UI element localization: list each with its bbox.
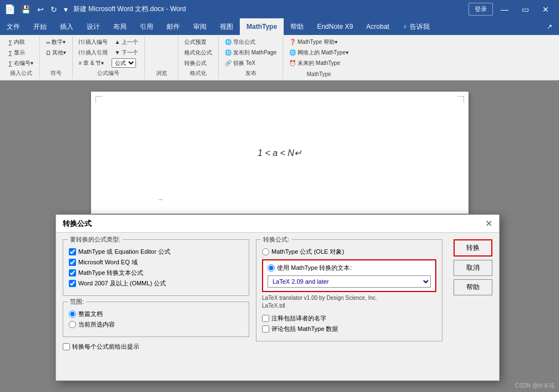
radio-text[interactable]: 使用 MathType 转换的文本: bbox=[268, 264, 431, 272]
latex-version-select[interactable]: LaTeX 2.09 and later LaTeX 2e Plain TeX … bbox=[268, 275, 431, 288]
mathtype-online-btn[interactable]: 🌐 网络上的 MathType▾ bbox=[286, 48, 351, 58]
tab-mailings[interactable]: 邮件 bbox=[160, 18, 187, 35]
group-publish: 🌐 导出公式 🌐 发布到 MathPage 🔗 切换 TeX 发布 bbox=[219, 36, 283, 79]
radio-ole-input[interactable] bbox=[262, 248, 269, 255]
format-eq-btn[interactable]: 格式化公式 bbox=[182, 48, 215, 58]
checkbox-word-eq-label: Microsoft Word EQ 域 bbox=[78, 258, 138, 267]
undo-quick-btn[interactable]: ↩ bbox=[35, 4, 46, 15]
share-icon[interactable]: ↗ bbox=[540, 18, 559, 35]
checkbox-mathtype-input[interactable] bbox=[69, 248, 76, 255]
tab-file[interactable]: 文件 bbox=[0, 18, 27, 35]
convert-eq-btn[interactable]: 转换公式 bbox=[182, 58, 215, 68]
close-button[interactable]: ✕ bbox=[537, 3, 555, 16]
eq-num-col2: ▲ 上一个 ▼ 下一个 公式 bbox=[112, 37, 141, 68]
eq-preset-btn[interactable]: 公式预置 bbox=[182, 37, 215, 47]
tab-design[interactable]: 设计 bbox=[80, 18, 107, 35]
insert-eq-label: 插入公式 bbox=[6, 69, 36, 78]
format-col: 公式预置 格式化公式 转换公式 bbox=[182, 37, 215, 68]
display-eq-btn[interactable]: ∑ 显示 bbox=[6, 48, 36, 58]
tab-help[interactable]: 帮助 bbox=[284, 18, 310, 35]
convert-button[interactable]: 转换 bbox=[454, 239, 492, 257]
tab-acrobat[interactable]: Acrobat bbox=[360, 18, 396, 35]
checkbox-mathtype-text[interactable]: MathType 转换文本公式 bbox=[69, 269, 243, 277]
login-button[interactable]: 登录 bbox=[469, 3, 493, 16]
dialog-title: 转换公式 bbox=[63, 219, 92, 229]
equation-type-select[interactable]: 公式 bbox=[112, 58, 136, 68]
radio-whole-doc-input[interactable] bbox=[69, 310, 76, 318]
customize-quick-btn[interactable]: ▾ bbox=[62, 4, 70, 15]
tab-references[interactable]: 引用 bbox=[133, 18, 160, 35]
dialog-close-btn[interactable]: ✕ bbox=[485, 218, 492, 229]
switch-tex-btn[interactable]: 🔗 切换 TeX bbox=[222, 58, 279, 68]
inline-eq-btn[interactable]: ∑ 内联 bbox=[6, 37, 36, 47]
radio-ole[interactable]: MathType 公式 (OLE 对象) bbox=[262, 248, 436, 256]
tab-view[interactable]: 视图 bbox=[213, 18, 240, 35]
publish-mathpage-btn[interactable]: 🌐 发布到 MathPage bbox=[222, 48, 279, 58]
help-button[interactable]: 帮助 bbox=[454, 279, 492, 295]
word-app-icon: 📄 bbox=[4, 4, 16, 14]
insert-ref-btn[interactable]: ⑴ 插入引用 bbox=[76, 48, 111, 58]
radio-selection[interactable]: 当前所选内容 bbox=[69, 320, 243, 329]
tab-mathtype[interactable]: MathType bbox=[240, 18, 284, 35]
dialog-title-bar: 转换公式 ✕ bbox=[56, 215, 499, 233]
quick-access-toolbar: 💾 ↩ ↻ ▾ bbox=[19, 4, 70, 15]
chapter-section-btn[interactable]: ≡ 章 & 节▾ bbox=[76, 58, 111, 68]
prompt-before-convert-checkbox[interactable]: 转换每个公式前给出提示 bbox=[63, 343, 249, 351]
insert-number-btn[interactable]: ⑴ 插入编号 bbox=[76, 37, 111, 47]
tab-tell-me[interactable]: ♀ 告诉我 bbox=[396, 18, 436, 35]
checkbox-author-name[interactable]: 注释包括译者的名字 bbox=[262, 314, 436, 323]
checkbox-mathtype-data-label: 评论包括 MathType 数据 bbox=[271, 325, 338, 333]
symbols-label: 符号 bbox=[43, 69, 68, 78]
latex-info-line2: LaTeX.tdl bbox=[262, 302, 436, 310]
checkbox-word-eq-input[interactable] bbox=[69, 259, 76, 266]
radio-text-input[interactable] bbox=[268, 264, 275, 272]
mathtype-group-label: MathType bbox=[286, 71, 351, 78]
title-bar: 📄 💾 ↩ ↻ ▾ 新建 Microsoft Word 文档.docx - Wo… bbox=[0, 0, 559, 18]
dialog-overlay: 转换公式 ✕ 要转换的公式类型: MathType 或 Equ bbox=[0, 81, 559, 392]
checkbox-mathtype-data[interactable]: 评论包括 MathType 数据 bbox=[262, 325, 436, 333]
restore-button[interactable]: ▭ bbox=[516, 3, 535, 16]
redo-quick-btn[interactable]: ↻ bbox=[48, 4, 59, 15]
range-radios: 整篇文档 当前所选内容 bbox=[69, 310, 243, 329]
tab-home[interactable]: 开始 bbox=[27, 18, 53, 35]
mathtype-future-btn[interactable]: ⏰ 未来的 MathType bbox=[286, 58, 351, 68]
latex-dropdown-row: LaTeX 2.09 and later LaTeX 2e Plain TeX … bbox=[268, 275, 431, 288]
checkbox-word-eq[interactable]: Microsoft Word EQ 域 bbox=[69, 258, 243, 267]
document-area: 1 < a < N↵ → CSDN @叶非花 转换公式 ✕ 要转 bbox=[0, 81, 559, 392]
checkbox-word-2007[interactable]: Word 2007 及以上 (OMML) 公式 bbox=[69, 279, 243, 288]
next-eq-btn[interactable]: ▼ 下一个 bbox=[112, 48, 141, 58]
radio-whole-doc-label: 整篇文档 bbox=[78, 310, 103, 318]
sigma-display-icon: ∑ bbox=[8, 50, 12, 56]
tab-review[interactable]: 审阅 bbox=[187, 18, 213, 35]
radio-selection-input[interactable] bbox=[69, 321, 76, 328]
range-title: 范围: bbox=[68, 298, 86, 306]
checkbox-mathtype-label: MathType 或 Equation Editor 公式 bbox=[78, 248, 170, 256]
radio-whole-doc[interactable]: 整篇文档 bbox=[69, 310, 243, 318]
cancel-button[interactable]: 取消 bbox=[454, 260, 492, 276]
latex-info-line1: LaTeX translator v1.00 by Design Science… bbox=[262, 294, 436, 302]
tab-layout[interactable]: 布局 bbox=[107, 18, 133, 35]
group-eq-number: ⑴ 插入编号 ⑴ 插入引用 ≡ 章 & 节▾ ▲ 上一个 ▼ 下一个 公式 公式… bbox=[73, 36, 145, 79]
checkbox-word-2007-input[interactable] bbox=[69, 280, 76, 287]
right-num-btn[interactable]: ∑ 右编号▾ bbox=[6, 58, 36, 68]
radio-text-label: 使用 MathType 转换的文本: bbox=[277, 264, 351, 272]
browse-label: 浏览 bbox=[148, 69, 174, 78]
prev-eq-btn[interactable]: ▲ 上一个 bbox=[112, 37, 141, 47]
checkbox-author-name-input[interactable] bbox=[262, 315, 269, 322]
save-quick-btn[interactable]: 💾 bbox=[19, 4, 33, 15]
number-symbols-btn[interactable]: ∞ 数字▾ bbox=[43, 37, 68, 47]
checkbox-mathtype-text-input[interactable] bbox=[69, 269, 76, 277]
mathtype-help-btn[interactable]: ❓ MathType 帮助▾ bbox=[286, 37, 351, 47]
export-eq-btn[interactable]: 🌐 导出公式 bbox=[222, 37, 279, 47]
other-symbols-btn[interactable]: Ω 其他▾ bbox=[43, 48, 68, 58]
publish-label: 发布 bbox=[222, 69, 279, 78]
tab-insert[interactable]: 插入 bbox=[53, 18, 80, 35]
group-symbols-items: ∞ 数字▾ Ω 其他▾ bbox=[43, 37, 68, 68]
checkbox-mathtype-data-input[interactable] bbox=[262, 325, 269, 333]
prompt-before-convert-input[interactable] bbox=[63, 343, 70, 350]
latex-info-text: LaTeX translator v1.00 by Design Science… bbox=[262, 294, 436, 310]
group-insert-equation-items: ∑ 内联 ∑ 显示 ∑ 右编号▾ bbox=[6, 37, 36, 68]
minimize-button[interactable]: — bbox=[495, 3, 514, 16]
checkbox-mathtype[interactable]: MathType 或 Equation Editor 公式 bbox=[69, 248, 243, 256]
tab-endnote[interactable]: EndNote X9 bbox=[310, 18, 360, 35]
